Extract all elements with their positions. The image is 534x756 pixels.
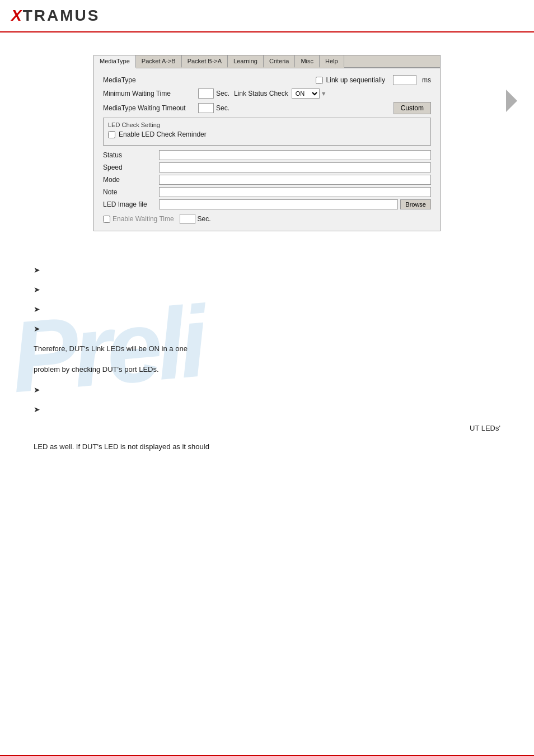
arrow-icon-2: ➤ [34, 285, 40, 294]
logo-rest: TRAMUS [23, 7, 100, 24]
tab-learning[interactable]: Learning [228, 55, 264, 68]
logo-x: X [11, 7, 23, 24]
led-image-row: LED Image file C:\Program Files\NuStream… [103, 199, 431, 209]
text-block-1-content: Therefore, DUT's Link LEDs will be ON in… [34, 344, 188, 353]
arrow-icon-3: ➤ [34, 305, 40, 314]
status-label: Status [103, 151, 159, 159]
mediatype-label: MediaType [103, 76, 198, 84]
bottom-text-block: LED as well. If DUT's LED is not display… [0, 441, 534, 453]
mode-label: Mode [103, 176, 159, 184]
led-check-group: LED Check Setting Enable LED Check Remin… [103, 118, 431, 146]
led-image-label: LED Image file [103, 200, 159, 208]
led-check-title: LED Check Setting [108, 122, 426, 128]
timeout-unit: Sec. [216, 104, 229, 112]
min-waiting-input[interactable]: 3 [198, 88, 214, 99]
enable-waiting-checkbox[interactable] [103, 216, 110, 223]
text-block-2-content: problem by checking DUT's port LEDs. [34, 365, 159, 374]
tab-mediatype[interactable]: MediaType [94, 55, 136, 68]
enable-led-checkbox[interactable] [108, 131, 115, 138]
ms-unit: ms [422, 76, 431, 84]
tab-packet-ba[interactable]: Packet B->A [182, 55, 228, 68]
link-status-select[interactable]: ON OFF [292, 88, 320, 99]
ms-value-input[interactable]: 200 [393, 75, 416, 85]
bullet-5: ➤ [34, 385, 500, 394]
link-up-label: Link up sequentially [326, 76, 385, 84]
logo: XTRAMUS [11, 7, 100, 25]
enable-waiting-input[interactable]: 5 [180, 214, 195, 224]
enable-waiting-row: Enable Waiting Time 5 Sec. [103, 214, 431, 224]
link-status-label: Link Status Check [234, 90, 288, 97]
text-block-1: Therefore, DUT's Link LEDs will be ON in… [0, 343, 534, 355]
bullet-section: ➤ ➤ ➤ ➤ [0, 265, 534, 333]
arrow-decoration [506, 90, 517, 112]
enable-led-row: Enable LED Check Reminder [108, 130, 426, 138]
timeout-label: MediaType Waiting Timeout [103, 104, 198, 112]
arrow-icon-6: ➤ [34, 405, 40, 414]
enable-led-label: Enable LED Check Reminder [119, 130, 207, 138]
timeout-input[interactable]: 5 [198, 103, 214, 113]
timeout-row: MediaType Waiting Timeout 5 Sec. Custom [103, 102, 431, 114]
min-waiting-unit: Sec. [216, 90, 229, 97]
tab-criteria[interactable]: Criteria [264, 55, 295, 68]
enable-waiting-label: Enable Waiting Time [113, 215, 174, 223]
status-section: Status None Speed 100 Mode Full Note Non… [103, 150, 431, 209]
bullet-3: ➤ [34, 304, 500, 314]
mode-input[interactable]: Full [159, 175, 431, 185]
tab-separator [344, 55, 440, 68]
note-label: Note [103, 188, 159, 196]
mode-row: Mode Full [103, 175, 431, 185]
bullet-2: ➤ [34, 284, 500, 294]
bullet-1: ➤ [34, 265, 500, 274]
text-block-2: problem by checking DUT's port LEDs. [0, 364, 534, 376]
bottom-text-content: LED as well. If DUT's LED is not display… [34, 442, 209, 451]
led-image-input[interactable]: C:\Program Files\NuStreams\\DApps-MPT v2 [159, 199, 398, 209]
min-waiting-row: Minimum Waiting Time 3 Sec. Link Status … [103, 88, 431, 99]
min-waiting-label: Minimum Waiting Time [103, 90, 198, 97]
speed-label: Speed [103, 164, 159, 171]
dialog-body: MediaType Link up sequentially 200 ms Mi… [94, 68, 440, 231]
note-input[interactable]: None [159, 187, 431, 197]
arrow-icon-4: ➤ [34, 324, 40, 333]
mediatype-row: MediaType Link up sequentially 200 ms [103, 75, 431, 85]
link-up-checkbox[interactable] [316, 77, 323, 84]
browse-button[interactable]: Browse [400, 199, 431, 209]
arrow-icon-5: ➤ [34, 385, 40, 394]
custom-button[interactable]: Custom [394, 102, 431, 114]
note-row: Note None [103, 187, 431, 197]
tab-misc[interactable]: Misc [295, 55, 320, 68]
enable-waiting-unit: Sec. [198, 215, 211, 223]
tab-bar: MediaType Packet A->B Packet B->A Learni… [94, 55, 440, 68]
ut-leds-text: UT LEDs' [0, 424, 534, 432]
speed-input[interactable]: 100 [159, 162, 431, 172]
dialog-panel: MediaType Packet A->B Packet B->A Learni… [93, 55, 441, 231]
bullet-section-2: ➤ ➤ [0, 385, 534, 414]
tab-packet-ab[interactable]: Packet A->B [136, 55, 182, 68]
status-row: Status None [103, 150, 431, 160]
status-input[interactable]: None [159, 150, 431, 160]
header: XTRAMUS [0, 0, 534, 32]
arrow-icon-1: ➤ [34, 265, 40, 274]
bullet-4: ➤ [34, 324, 500, 333]
tab-help[interactable]: Help [320, 55, 344, 68]
bullet-6: ➤ [34, 404, 500, 414]
speed-row: Speed 100 [103, 162, 431, 172]
